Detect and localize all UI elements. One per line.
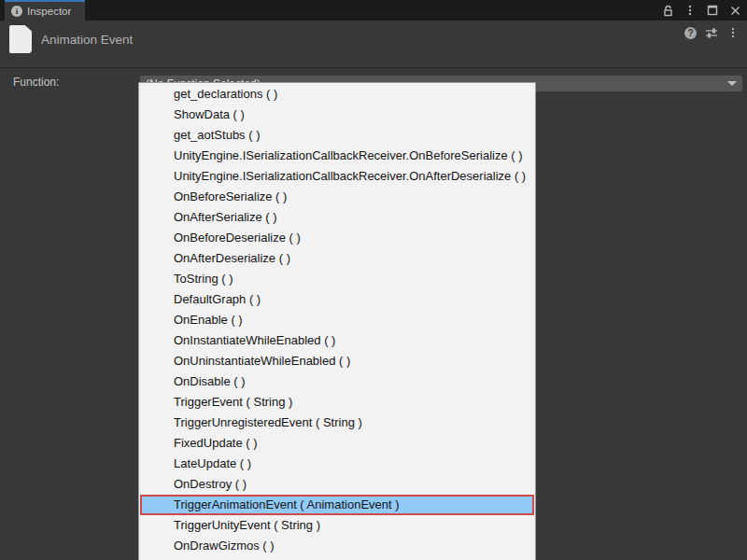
component-title: Animation Event: [41, 33, 133, 47]
tab-inspector[interactable]: i Inspector: [5, 0, 85, 21]
help-icon[interactable]: ?: [684, 27, 697, 39]
menu-item[interactable]: OnDestroy ( ): [139, 474, 535, 495]
component-header: Animation Event ?: [0, 21, 747, 68]
menu-item[interactable]: OnBeforeSerialize ( ): [139, 187, 535, 207]
menu-item[interactable]: LateUpdate ( ): [139, 454, 535, 474]
kebab-menu-icon[interactable]: [684, 4, 697, 17]
unlock-icon[interactable]: [661, 4, 674, 17]
menu-item[interactable]: ShowData ( ): [139, 105, 535, 125]
info-icon: i: [11, 6, 22, 17]
menu-item[interactable]: OnAfterDeserialize ( ): [139, 248, 535, 269]
menu-item[interactable]: TriggerUnregisteredEvent ( String ): [139, 413, 535, 433]
menu-item-selected[interactable]: TriggerAnimationEvent ( AnimationEvent ): [140, 495, 534, 515]
maximize-icon[interactable]: [706, 4, 719, 17]
menu-item[interactable]: TriggerUnityEvent ( String ): [139, 515, 535, 536]
chevron-down-icon: [727, 81, 737, 86]
function-menu: get_declarations ( )ShowData ( )get_aotS…: [138, 82, 536, 560]
inspector-window: i Inspector: [0, 0, 747, 560]
menu-item[interactable]: OnInstantiateWhileEnabled ( ): [139, 330, 535, 351]
document-icon: [9, 25, 32, 53]
menu-item[interactable]: get_declarations ( ): [139, 84, 535, 105]
menu-item[interactable]: OnAfterSerialize ( ): [139, 207, 535, 228]
menu-item[interactable]: OnBeforeDeserialize ( ): [139, 228, 535, 248]
menu-item[interactable]: TriggerEvent ( String ): [139, 392, 535, 413]
menu-item[interactable]: OnUninstantiateWhileEnabled ( ): [139, 351, 535, 371]
menu-item[interactable]: DefaultGraph ( ): [139, 289, 535, 310]
menu-item[interactable]: get_aotStubs ( ): [139, 125, 535, 146]
menu-item[interactable]: ToString ( ): [139, 269, 535, 289]
function-label: Function:: [13, 76, 59, 89]
menu-item[interactable]: OnDrawGizmos ( ): [139, 536, 535, 556]
menu-item[interactable]: UnityEngine.ISerializationCallbackReceiv…: [139, 146, 535, 166]
titlebar: i Inspector: [0, 0, 747, 21]
presets-icon[interactable]: [705, 26, 718, 39]
menu-item[interactable]: OnEnable ( ): [139, 310, 535, 330]
tab-label: Inspector: [27, 6, 71, 17]
menu-item[interactable]: UnityEngine.ISerializationCallbackReceiv…: [139, 166, 535, 187]
menu-item[interactable]: OnDisable ( ): [139, 371, 535, 392]
kebab-menu-icon[interactable]: [726, 26, 740, 39]
menu-item[interactable]: FixedUpdate ( ): [139, 433, 535, 454]
close-icon[interactable]: [728, 4, 741, 17]
header-icons: ?: [684, 26, 740, 39]
titlebar-icons: [661, 0, 741, 21]
